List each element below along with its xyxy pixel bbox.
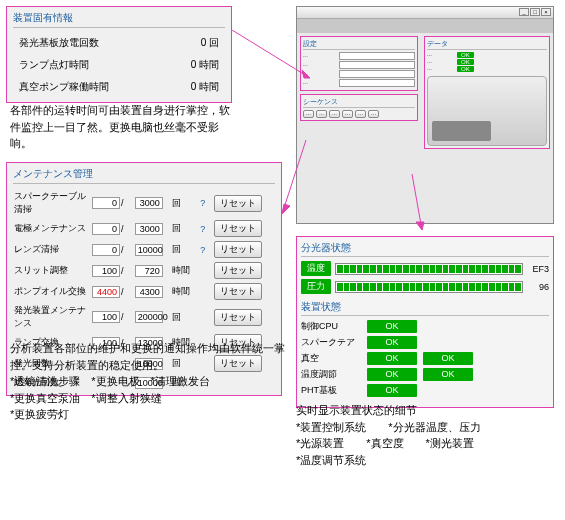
unit: 回 xyxy=(171,188,196,218)
status-ok: OK xyxy=(367,368,417,381)
maintenance-label: 電極メンテナンス xyxy=(13,218,91,239)
maintenance-label: ポンプオイル交換 xyxy=(13,281,91,302)
data-section: データ ···OK ···OK ···OK xyxy=(424,36,550,149)
current-value: 4400 xyxy=(92,286,120,298)
status-ok: OK xyxy=(367,320,417,333)
unit: 回 xyxy=(171,302,196,332)
field-input[interactable] xyxy=(339,61,415,69)
info-value: 0 時間 xyxy=(169,58,219,72)
status-ok: OK xyxy=(367,352,417,365)
max-value[interactable]: 3000 xyxy=(135,223,163,235)
info-value: 0 回 xyxy=(169,36,219,50)
reset-button[interactable]: リセット xyxy=(214,309,262,326)
svg-marker-5 xyxy=(416,222,424,230)
current-value: 0 xyxy=(92,244,120,256)
minimize-button[interactable]: _ xyxy=(519,8,529,16)
info-row: ランプ点灯時間0 時間 xyxy=(13,54,225,76)
seq-button[interactable]: ··· xyxy=(342,110,353,118)
maintenance-label: レンズ清掃 xyxy=(13,239,91,260)
reset-button[interactable]: リセット xyxy=(214,220,262,237)
help-icon[interactable]: ? xyxy=(197,224,209,234)
desc-maintenance: 分析装置各部位的维护和更换的通知操作均由软件统一掌控。支持分析装置的稳定使用。*… xyxy=(10,340,286,423)
maintenance-label: スパークテーブル清掃 xyxy=(13,188,91,218)
gauge-row: 圧力96 xyxy=(301,279,549,294)
max-value[interactable]: 3000 xyxy=(135,197,163,209)
maximize-button[interactable]: □ xyxy=(530,8,540,16)
svg-line-2 xyxy=(282,140,306,214)
reset-button[interactable]: リセット xyxy=(214,262,262,279)
seq-button[interactable]: ··· xyxy=(303,110,314,118)
unit: 回 xyxy=(171,239,196,260)
desc-device-info: 各部件的运转时间可由装置自身进行掌控，软件监控上一目了然。更换电脑也丝毫不受影响… xyxy=(10,102,236,152)
status-ok: OK xyxy=(457,59,474,65)
info-row: 発光基板放電回数0 回 xyxy=(13,32,225,54)
seq-button[interactable]: ··· xyxy=(329,110,340,118)
status-label: 温度調節 xyxy=(301,368,361,381)
seq-button[interactable]: ··· xyxy=(316,110,327,118)
settings-section: 設定 ··· ··· ··· ··· xyxy=(300,36,418,91)
status-label: 制御CPU xyxy=(301,320,361,333)
info-row: 真空ポンプ稼働時間0 時間 xyxy=(13,76,225,98)
maintenance-row: 発光装置メンテナンス100/200000回リセット xyxy=(13,302,275,332)
status-ok: OK xyxy=(367,336,417,349)
seq-button[interactable]: ··· xyxy=(355,110,366,118)
info-label: 発光基板放電回数 xyxy=(19,36,99,50)
help-icon[interactable]: ? xyxy=(197,198,209,208)
close-button[interactable]: × xyxy=(541,8,551,16)
max-value[interactable]: 10000 xyxy=(135,244,163,256)
desc-status: 实时显示装置状态的细节*装置控制系统 *分光器温度、压力*光源装置 *真空度 *… xyxy=(296,402,554,468)
info-value: 0 時間 xyxy=(169,80,219,94)
maintenance-row: スパークテーブル清掃0/3000回?リセット xyxy=(13,188,275,218)
current-value: 0 xyxy=(92,223,120,235)
gauge-bar xyxy=(335,281,523,293)
maintenance-row: スリット調整100/720時間リセット xyxy=(13,260,275,281)
current-value: 100 xyxy=(92,265,120,277)
section-title: データ xyxy=(427,39,547,50)
maintenance-row: 電極メンテナンス0/3000回?リセット xyxy=(13,218,275,239)
status-label: スパークテア xyxy=(301,336,361,349)
sequence-section: シーケンス ··· ··· ··· ··· ··· ··· xyxy=(300,94,418,121)
device-image xyxy=(427,76,547,146)
reset-button[interactable]: リセット xyxy=(214,283,262,300)
subpanel-title: 分光器状態 xyxy=(301,241,549,257)
max-value[interactable]: 4300 xyxy=(135,286,163,298)
reset-button[interactable]: リセット xyxy=(214,241,262,258)
seq-button[interactable]: ··· xyxy=(368,110,379,118)
panel-title: メンテナンス管理 xyxy=(13,167,275,184)
info-label: ランプ点灯時間 xyxy=(19,58,89,72)
gauge-bar xyxy=(335,263,523,275)
unit: 時間 xyxy=(171,260,196,281)
maintenance-row: ポンプオイル交換4400/4300時間リセット xyxy=(13,281,275,302)
current-value: 0 xyxy=(92,197,120,209)
status-ok: OK xyxy=(423,352,473,365)
status-label: PHT基板 xyxy=(301,384,361,397)
status-label: 真空 xyxy=(301,352,361,365)
status-ok: OK xyxy=(423,368,473,381)
section-title: シーケンス xyxy=(303,97,415,108)
max-value[interactable]: 200000 xyxy=(135,311,163,323)
svg-marker-1 xyxy=(302,70,310,78)
unit: 時間 xyxy=(171,281,196,302)
svg-line-0 xyxy=(232,30,310,78)
status-panel: 分光器状態 温度EF3圧力96 装置状態 制御CPUOKスパークテアOK真空OK… xyxy=(296,236,554,408)
reset-button[interactable]: リセット xyxy=(214,195,262,212)
max-value[interactable]: 720 xyxy=(135,265,163,277)
maintenance-label: スリット調整 xyxy=(13,260,91,281)
field-input[interactable] xyxy=(339,79,415,87)
titlebar: _ □ × xyxy=(297,7,553,19)
subpanel-title: 装置状態 xyxy=(301,300,549,316)
maintenance-label: 発光装置メンテナンス xyxy=(13,302,91,332)
gauge-value: EF3 xyxy=(527,264,549,274)
gauge-value: 96 xyxy=(527,282,549,292)
field-input[interactable] xyxy=(339,70,415,78)
gauge-label: 圧力 xyxy=(301,279,331,294)
device-info-panel: 装置固有情報 発光基板放電回数0 回ランプ点灯時間0 時間真空ポンプ稼働時間0 … xyxy=(6,6,232,103)
status-ok: OK xyxy=(457,66,474,72)
unit: 回 xyxy=(171,218,196,239)
help-icon[interactable]: ? xyxy=(197,245,209,255)
gauge-row: 温度EF3 xyxy=(301,261,549,276)
status-ok: OK xyxy=(367,384,417,397)
field-input[interactable] xyxy=(339,52,415,60)
panel-title: 装置固有情報 xyxy=(13,11,225,28)
toolbar xyxy=(297,19,553,33)
